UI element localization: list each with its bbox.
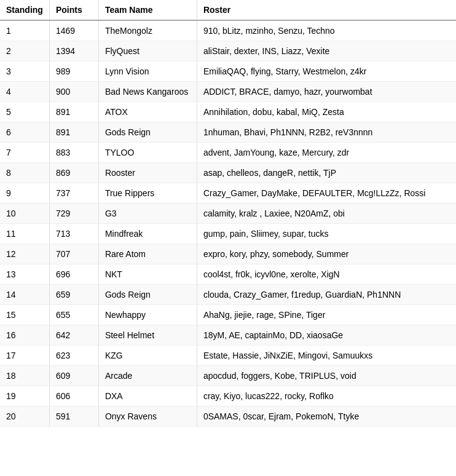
cell-points: 1394 <box>49 41 98 61</box>
cell-roster: Annihilation, dobu, kabal, MiQ, Zesta <box>197 102 456 122</box>
header-team: Team Name <box>98 0 197 20</box>
table-row: 21394FlyQuestaliStair, dexter, INS, Liaz… <box>0 41 456 61</box>
table-row: 4900Bad News KangaroosADDICT, BRACE, dam… <box>0 82 456 102</box>
cell-team: Newhappy <box>98 305 197 325</box>
cell-points: 659 <box>49 285 98 305</box>
cell-team: Bad News Kangaroos <box>98 82 197 102</box>
cell-standing: 12 <box>0 244 49 264</box>
cell-roster: apocdud, foggers, Kobe, TRIPLUS, void <box>197 366 456 386</box>
table-row: 11469TheMongolz910, bLitz, mzinho, Senzu… <box>0 20 456 41</box>
table-row: 6891Gods Reign1nhuman, Bhavi, Ph1NNN, R2… <box>0 122 456 143</box>
cell-points: 1469 <box>49 20 98 41</box>
cell-team: Rooster <box>98 163 197 183</box>
cell-roster: Estate, Hassie, JiNxZiE, Mingovi, Samuuk… <box>197 346 456 366</box>
cell-points: 729 <box>49 204 98 224</box>
table-row: 16642Steel Helmet18yM, AE, captainMo, DD… <box>0 325 456 346</box>
cell-points: 591 <box>49 407 98 427</box>
table-row: 12707Rare Atomexpro, kory, phzy, somebod… <box>0 244 456 264</box>
table-row: 20591Onyx Ravens0SAMAS, 0scar, Ejram, Po… <box>0 407 456 427</box>
cell-team: Rare Atom <box>98 244 197 264</box>
cell-team: Steel Helmet <box>98 325 197 346</box>
cell-team: FlyQuest <box>98 41 197 61</box>
cell-team: Lynn Vision <box>98 61 197 82</box>
table-row: 18609Arcadeapocdud, foggers, Kobe, TRIPL… <box>0 366 456 386</box>
cell-points: 869 <box>49 163 98 183</box>
cell-roster: asap, chelleos, dangeR, nettik, TjP <box>197 163 456 183</box>
table-row: 17623KZGEstate, Hassie, JiNxZiE, Mingovi… <box>0 346 456 366</box>
header-standing: Standing <box>0 0 49 20</box>
cell-roster: clouda, Crazy_Gamer, f1redup, GuardiaN, … <box>197 285 456 305</box>
cell-standing: 10 <box>0 204 49 224</box>
cell-standing: 11 <box>0 224 49 244</box>
cell-points: 989 <box>49 61 98 82</box>
table-row: 3989Lynn VisionEmiliaQAQ, flying, Starry… <box>0 61 456 82</box>
cell-team: G3 <box>98 204 197 224</box>
cell-team: Onyx Ravens <box>98 407 197 427</box>
cell-roster: calamity, kralz , Laxiee, N20AmZ, obi <box>197 204 456 224</box>
cell-roster: aliStair, dexter, INS, Liazz, Vexite <box>197 41 456 61</box>
cell-standing: 2 <box>0 41 49 61</box>
cell-team: Gods Reign <box>98 285 197 305</box>
cell-team: Gods Reign <box>98 122 197 143</box>
cell-standing: 3 <box>0 61 49 82</box>
cell-points: 606 <box>49 386 98 407</box>
cell-team: TYLOO <box>98 143 197 163</box>
cell-points: 891 <box>49 122 98 143</box>
cell-team: KZG <box>98 346 197 366</box>
cell-points: 891 <box>49 102 98 122</box>
table-row: 19606DXAcray, Kiyo, lucas222, rocky, Rof… <box>0 386 456 407</box>
cell-roster: 18yM, AE, captainMo, DD, xiaosaGe <box>197 325 456 346</box>
cell-standing: 6 <box>0 122 49 143</box>
cell-roster: Crazy_Gamer, DayMake, DEFAULTER, Mcg!LLz… <box>197 183 456 204</box>
cell-team: NKT <box>98 264 197 285</box>
cell-team: DXA <box>98 386 197 407</box>
cell-points: 883 <box>49 143 98 163</box>
cell-roster: 0SAMAS, 0scar, Ejram, PokemoN, Ttyke <box>197 407 456 427</box>
cell-team: ATOX <box>98 102 197 122</box>
cell-standing: 18 <box>0 366 49 386</box>
cell-standing: 7 <box>0 143 49 163</box>
standings-table: Standing Points Team Name Roster 11469Th… <box>0 0 456 427</box>
table-row: 13696NKTcool4st, fr0k, icyvl0ne, xerolte… <box>0 264 456 285</box>
cell-team: Mindfreak <box>98 224 197 244</box>
table-row: 15655NewhappyAhaNg, jiejie, rage, SPine,… <box>0 305 456 325</box>
cell-points: 609 <box>49 366 98 386</box>
table-row: 5891ATOXAnnihilation, dobu, kabal, MiQ, … <box>0 102 456 122</box>
header-roster: Roster <box>197 0 456 20</box>
cell-roster: ADDICT, BRACE, damyo, hazr, yourwombat <box>197 82 456 102</box>
cell-points: 900 <box>49 82 98 102</box>
cell-roster: expro, kory, phzy, somebody, Summer <box>197 244 456 264</box>
table-row: 14659Gods Reignclouda, Crazy_Gamer, f1re… <box>0 285 456 305</box>
cell-standing: 5 <box>0 102 49 122</box>
cell-points: 737 <box>49 183 98 204</box>
cell-points: 623 <box>49 346 98 366</box>
cell-standing: 16 <box>0 325 49 346</box>
table-row: 9737True RippersCrazy_Gamer, DayMake, DE… <box>0 183 456 204</box>
cell-standing: 1 <box>0 20 49 41</box>
cell-points: 696 <box>49 264 98 285</box>
table-row: 11713Mindfreakgump, pain, Sliimey, supar… <box>0 224 456 244</box>
table-row: 7883TYLOOadvent, JamYoung, kaze, Mercury… <box>0 143 456 163</box>
cell-points: 655 <box>49 305 98 325</box>
cell-standing: 19 <box>0 386 49 407</box>
cell-standing: 8 <box>0 163 49 183</box>
header-points: Points <box>49 0 98 20</box>
table-header-row: Standing Points Team Name Roster <box>0 0 456 20</box>
cell-roster: 910, bLitz, mzinho, Senzu, Techno <box>197 20 456 41</box>
cell-points: 642 <box>49 325 98 346</box>
cell-points: 707 <box>49 244 98 264</box>
cell-standing: 9 <box>0 183 49 204</box>
cell-standing: 15 <box>0 305 49 325</box>
cell-team: TheMongolz <box>98 20 197 41</box>
cell-standing: 20 <box>0 407 49 427</box>
cell-roster: EmiliaQAQ, flying, Starry, Westmelon, z4… <box>197 61 456 82</box>
table-row: 8869Roosterasap, chelleos, dangeR, netti… <box>0 163 456 183</box>
cell-roster: 1nhuman, Bhavi, Ph1NNN, R2B2, reV3nnnn <box>197 122 456 143</box>
cell-points: 713 <box>49 224 98 244</box>
table-row: 10729G3calamity, kralz , Laxiee, N20AmZ,… <box>0 204 456 224</box>
cell-roster: gump, pain, Sliimey, supar, tucks <box>197 224 456 244</box>
cell-standing: 17 <box>0 346 49 366</box>
cell-roster: cool4st, fr0k, icyvl0ne, xerolte, XigN <box>197 264 456 285</box>
cell-roster: AhaNg, jiejie, rage, SPine, Tiger <box>197 305 456 325</box>
cell-team: True Rippers <box>98 183 197 204</box>
